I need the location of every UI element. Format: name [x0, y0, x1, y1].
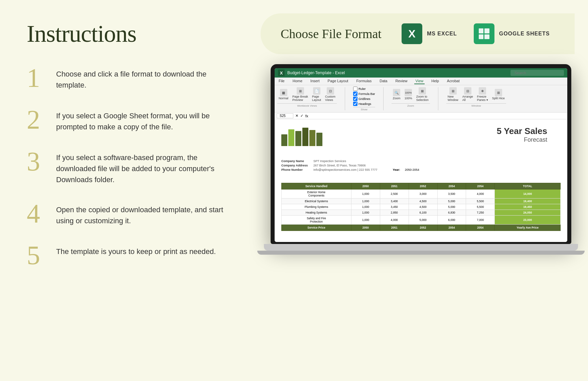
- laptop-screen-outer: X Budget-Ledger-Template - Excel File Ho…: [271, 64, 571, 244]
- spreadsheet-bar-chart: [281, 126, 322, 146]
- ribbon-btn-normal[interactable]: ▦ Normal: [277, 88, 290, 101]
- menu-review[interactable]: Review: [394, 78, 409, 84]
- col-header-2052: 2052: [409, 183, 437, 189]
- step-number-5: 5: [27, 242, 47, 269]
- col-header-2050: 2050: [351, 183, 380, 189]
- step-number-4: 4: [27, 200, 47, 227]
- menu-data[interactable]: Data: [378, 78, 389, 84]
- checkbox-gridlines[interactable]: Gridlines: [353, 97, 375, 101]
- spreadsheet-title-sub: Forecast: [497, 136, 547, 143]
- menu-insert[interactable]: Insert: [309, 78, 321, 84]
- sheets-label: GOOGLE SHEETS: [499, 31, 550, 37]
- ribbon-workbook-views-label: Workbook Views: [277, 103, 337, 107]
- list-item: 5 The template is yours to keep or print…: [27, 242, 227, 269]
- bar-5: [309, 130, 315, 146]
- ribbon-btn-zoom-selection[interactable]: ⊠ Zoom toSelection: [415, 87, 430, 102]
- ribbon-btn-page-layout[interactable]: 📄 PageLayout: [311, 87, 322, 102]
- bar-2: [288, 129, 294, 146]
- excel-search-input[interactable]: [510, 70, 564, 76]
- ribbon-show-label: Show: [353, 107, 375, 111]
- spreadsheet-title-main: 5 Year Sales: [497, 126, 547, 136]
- right-panel: Choose File Format X MS EXCEL: [254, 0, 588, 381]
- checkbox-formula-bar[interactable]: Formula Bar: [353, 92, 375, 96]
- ribbon-btn-arrange[interactable]: ⊟ ArrangeAll: [461, 87, 474, 102]
- excel-logo-small: X: [278, 70, 285, 76]
- table-row: Safety and FireProtection 1,000 4,000 5,…: [282, 216, 561, 225]
- bar-1: [281, 134, 287, 146]
- ribbon-workbook-views: ▦ Normal ⊞ Page BreakPreview: [277, 87, 337, 107]
- ribbon-btn-custom-views[interactable]: ⊡ CustomViews: [324, 87, 337, 102]
- excel-format-option[interactable]: X MS EXCEL: [402, 23, 457, 44]
- choose-format-title: Choose File Format: [281, 26, 382, 41]
- step-number-3: 3: [27, 148, 47, 175]
- headings-label: Headings: [358, 102, 371, 106]
- company-address-value: 267 Birch Street, El Paso, Texas 79906: [313, 164, 365, 167]
- excel-screen: X Budget-Ledger-Template - Excel File Ho…: [275, 68, 567, 242]
- excel-ribbon: ▦ Normal ⊞ Page BreakPreview: [275, 85, 567, 113]
- list-item: 4 Open the copied or downloaded template…: [27, 200, 227, 227]
- step-text-2: If you select a Google Sheet format, you…: [56, 106, 227, 132]
- table-row: Electrical Systems 1,000 3,400 4,500 5,0…: [282, 199, 561, 204]
- bar-4: [302, 128, 308, 146]
- company-info: Company Name SPT Inspection Services Com…: [281, 159, 419, 172]
- company-name-value: SPT Inspection Services: [313, 159, 346, 163]
- laptop-base: [264, 244, 578, 251]
- laptop-bottom: [257, 251, 585, 255]
- bar-6: [316, 133, 322, 146]
- step-text-3: If you select a software-based program, …: [56, 148, 227, 185]
- excel-formula-bar: S25 ✕ ✓ fx: [275, 113, 567, 119]
- company-phone-row: Phone Number Info@sptinspectionservices.…: [281, 168, 419, 171]
- ribbon-show: Ruler Formula Bar Gridlines: [353, 87, 375, 111]
- menu-view[interactable]: View: [414, 78, 425, 84]
- ribbon-divider: [345, 87, 345, 110]
- left-panel: Instructions 1 Choose and click a file f…: [0, 0, 254, 381]
- col-header-total: TOTAL: [495, 183, 561, 189]
- menu-help[interactable]: Help: [430, 78, 440, 84]
- ribbon-window-label: Window: [446, 103, 506, 107]
- format-options: X MS EXCEL GOOGLE SHEETS: [402, 23, 550, 44]
- excel-label: MS EXCEL: [427, 31, 457, 37]
- table-row: Plumbing Systems 1,000 3,450 4,500 5,000…: [282, 204, 561, 210]
- step-text-1: Choose and click a file format to downlo…: [56, 65, 227, 91]
- excel-title-bar: X Budget-Ledger-Template - Excel: [275, 68, 567, 78]
- checkbox-ruler[interactable]: Ruler: [353, 87, 375, 91]
- menu-page-layout[interactable]: Page Layout: [326, 78, 350, 84]
- company-phone-label: Phone Number: [281, 168, 311, 171]
- menu-file[interactable]: File: [277, 78, 286, 84]
- table-row: Heating Systems 1,000 2,850 6,100 6,830 …: [282, 210, 561, 216]
- table-row: Service Price 2050 2051 2052 2054 2054 Y…: [282, 225, 561, 231]
- ribbon-divider-3: [438, 87, 438, 110]
- data-table: Service Handled 2050 2051 2052 2054 2054…: [281, 183, 561, 231]
- page-wrapper: Instructions 1 Choose and click a file f…: [0, 0, 588, 381]
- ribbon-btn-100[interactable]: 100% 100%: [403, 88, 414, 101]
- ribbon-btn-freeze[interactable]: ❄ FreezePanes ▾: [476, 87, 489, 102]
- step-text-4: Open the copied or downloaded template, …: [56, 200, 227, 226]
- table-row: Service Handled 2050 2051 2052 2054 2054…: [282, 183, 561, 189]
- ribbon-btn-split[interactable]: ⊞ Split Hice: [491, 88, 506, 101]
- cell-reference: S25: [277, 113, 293, 118]
- col-header-2054: 2054: [466, 183, 495, 189]
- menu-formulas[interactable]: Formulas: [355, 78, 373, 84]
- sheets-format-option[interactable]: GOOGLE SHEETS: [474, 23, 550, 44]
- ribbon-divider-2: [383, 87, 384, 110]
- spreadsheet-title: 5 Year Sales Forecast: [497, 126, 547, 143]
- ribbon-btn-new-window[interactable]: ⊞ NewWindow: [446, 87, 460, 102]
- page-title: Instructions: [27, 20, 227, 48]
- ribbon-btn-zoom[interactable]: 🔍 Zoom: [392, 88, 402, 101]
- laptop-screen-inner: X Budget-Ledger-Template - Excel File Ho…: [275, 68, 567, 242]
- menu-home[interactable]: Home: [291, 78, 304, 84]
- excel-menu-bar: File Home Insert Page Layout Formulas Da…: [275, 78, 567, 85]
- checkbox-headings[interactable]: Headings: [353, 102, 375, 106]
- menu-acrobat[interactable]: Acrobat: [446, 78, 461, 84]
- excel-filename: Budget-Ledger-Template - Excel: [287, 71, 508, 75]
- ribbon-btn-page-break[interactable]: ⊞ Page BreakPreview: [291, 87, 309, 102]
- footer-service-label: Service Price: [282, 225, 351, 231]
- step-text-5: The template is yours to keep or print a…: [56, 242, 216, 257]
- step-number-1: 1: [27, 65, 47, 91]
- sheets-icon: [474, 23, 494, 44]
- company-phone-value: Info@sptinspectionservices.com | 222 555…: [313, 168, 378, 171]
- ribbon-zoom-label: Zoom: [392, 103, 430, 107]
- company-address-label: Company Address: [281, 164, 311, 167]
- laptop-container: X Budget-Ledger-Template - Excel File Ho…: [267, 64, 575, 381]
- spreadsheet-content: 5 Year Sales Forecast Company Name SPT I…: [275, 119, 567, 242]
